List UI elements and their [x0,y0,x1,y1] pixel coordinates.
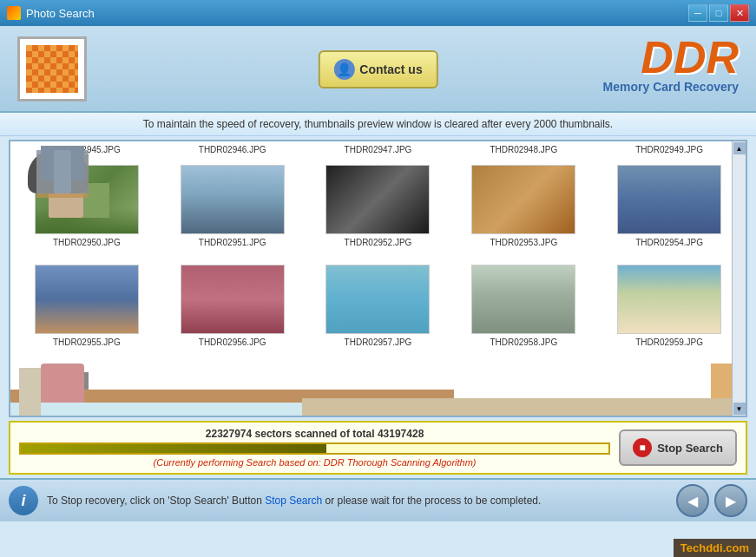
thumb-image [471,265,575,334]
thumb-label-950: THDR02950.JPG [53,238,121,247]
list-item[interactable]: THDR02955.JPG [14,258,160,351]
app-icon [7,6,21,20]
thumb-label-946: THDR02946.JPG [160,145,306,154]
scrollbar[interactable]: ▲ ▼ [732,141,746,416]
ddr-subtitle: Memory Card Recovery [603,80,739,94]
status-message-2: or please wait for the process to be com… [325,495,542,507]
titlebar-controls: ─ □ ✕ [688,4,749,22]
progress-text: 22327974 sectors scanned of total 431974… [19,428,610,440]
thumb-label-956: THDR02956.JPG [199,337,266,347]
thumb-label-952: THDR02952.JPG [345,238,412,247]
top-row-labels: THDR02945.JPG THDR02946.JPG THDR02947.JP… [10,141,746,154]
header: 👤 Contact us DDR Memory Card Recovery [0,26,756,113]
list-item[interactable]: THDR02958.JPG [450,258,596,351]
stop-icon: ■ [633,438,652,457]
thumb-image [181,165,285,234]
info-message: To maintain the speed of recovery, thumb… [143,118,613,130]
titlebar: Photo Search ─ □ ✕ [0,0,756,26]
thumb-image [325,165,430,234]
nav-buttons: ◀ ▶ [676,484,747,517]
app-logo [17,36,87,102]
ddr-title: DDR [603,35,739,80]
maximize-button[interactable]: □ [709,4,728,22]
thumb-label-951: THDR02951.JPG [199,238,266,247]
info-bar: To maintain the speed of recovery, thumb… [0,113,756,136]
progress-area: 22327974 sectors scanned of total 431974… [9,421,747,475]
stop-search-button[interactable]: ■ Stop Search [619,429,737,466]
logo-image [26,45,78,93]
thumb-image [325,265,430,334]
thumb-label-957: THDR02957.JPG [345,337,412,347]
info-icon: i [9,486,38,515]
contact-label: Contact us [359,62,422,76]
stop-search-link[interactable]: Stop Search [265,495,322,507]
thumbnail-area: THDR02945.JPG THDR02946.JPG THDR02947.JP… [9,140,747,417]
thumb-label-954: THDR02954.JPG [635,238,703,247]
thumb-label-949: THDR02949.JPG [596,145,742,154]
thumb-label-947: THDR02947.JPG [306,145,451,154]
ddr-logo: DDR Memory Card Recovery [603,35,739,94]
thumb-label-948: THDR02948.JPG [450,145,596,154]
list-item[interactable]: THDR02957.JPG [306,258,451,351]
titlebar-left: Photo Search [7,6,95,20]
progress-bar-container [19,442,610,455]
stop-button-label: Stop Search [657,442,723,455]
titlebar-title: Photo Search [26,7,95,20]
progress-bar-fill [21,444,326,453]
list-item[interactable]: THDR02954.JPG [596,158,742,251]
list-item[interactable]: THDR02956.JPG [160,258,306,351]
status-message-1: To Stop recovery, click on 'Stop Search'… [47,495,262,507]
list-item[interactable]: THDR02959.JPG [596,258,742,351]
forward-button[interactable]: ▶ [714,484,747,517]
list-item[interactable]: THDR02952.JPG [306,158,451,251]
thumbnail-row-2: THDR02950.JPG THDR02951.JPG THDR02952.JP… [10,154,746,254]
contact-icon: 👤 [333,59,354,80]
close-button[interactable]: ✕ [730,4,749,22]
thumb-label-959: THDR02959.JPG [635,337,703,347]
thumb-label-955: THDR02955.JPG [53,337,121,347]
watermark-text: Techddi.com [680,541,749,554]
thumb-label-958: THDR02958.JPG [490,337,557,347]
list-item[interactable]: THDR02953.JPG [450,158,596,251]
scroll-up-button[interactable]: ▲ [733,142,746,154]
status-bar: i To Stop recovery, click on 'Stop Searc… [0,478,756,521]
thumb-image [471,165,575,234]
thumb-image [617,165,721,234]
thumb-image [35,265,139,334]
thumb-image [181,265,285,334]
thumbnail-row-3: THDR02955.JPG THDR02956.JPG THDR02957.JP… [10,254,746,354]
progress-info: 22327974 sectors scanned of total 431974… [19,428,610,468]
back-button[interactable]: ◀ [676,484,709,517]
list-item[interactable]: THDR02951.JPG [160,158,306,251]
progress-sub-text: (Currently performing Search based on: D… [19,457,610,468]
scroll-down-button[interactable]: ▼ [733,403,746,415]
minimize-button[interactable]: ─ [688,4,707,22]
watermark: Techddi.com [674,539,756,557]
thumb-label-953: THDR02953.JPG [490,238,557,247]
status-text: To Stop recovery, click on 'Stop Search'… [47,495,667,507]
contact-button[interactable]: 👤 Contact us [318,50,437,88]
thumb-image [617,265,721,334]
